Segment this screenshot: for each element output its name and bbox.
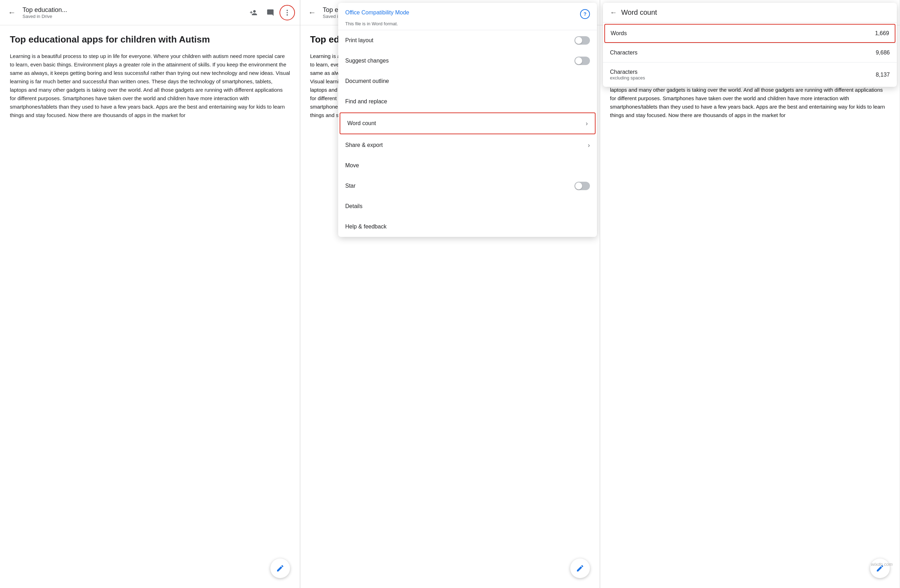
menu-item-word-count-wrapper: Word count › xyxy=(340,112,596,134)
menu-item-find-replace[interactable]: Find and replace xyxy=(338,92,597,112)
article-title-1: Top educational apps for children with A… xyxy=(10,34,290,46)
person-add-icon[interactable] xyxy=(246,5,261,20)
word-count-title: Word count xyxy=(621,8,657,17)
menu-title: Office Compatibility Mode xyxy=(345,9,577,17)
article-body-1: Learning is a beautiful process to step … xyxy=(10,52,290,119)
menu-item-doc-outline[interactable]: Document outline xyxy=(338,71,597,92)
watermark: wixdn.com xyxy=(871,562,892,567)
menu-item-label-share-export: Share & export xyxy=(345,142,383,148)
title-group-1: Top education... Saved in Drive xyxy=(23,6,242,19)
svg-point-1 xyxy=(287,12,288,13)
menu-item-label-print-layout: Print layout xyxy=(345,37,373,43)
comment-icon[interactable] xyxy=(262,5,278,20)
toggle-knob-star xyxy=(575,182,582,189)
characters-label: Characters xyxy=(610,50,638,56)
menu-item-label-star: Star xyxy=(345,183,355,189)
words-value: 1,669 xyxy=(875,30,889,37)
help-circle-icon[interactable]: ? xyxy=(580,9,590,19)
menu-item-label-move: Move xyxy=(345,162,359,169)
menu-header-top: Office Compatibility Mode ? xyxy=(345,9,590,19)
suggest-changes-toggle[interactable] xyxy=(574,57,590,65)
print-layout-toggle[interactable] xyxy=(574,36,590,45)
menu-item-print-layout[interactable]: Print layout xyxy=(338,30,597,51)
header-1: ← Top education... Saved in Drive xyxy=(0,0,300,25)
dropdown-menu: Office Compatibility Mode ? This file is… xyxy=(338,3,597,237)
characters-nospace-value: 8,137 xyxy=(876,72,890,78)
menu-item-share-export[interactable]: Share & export › xyxy=(338,135,597,155)
panel-2: ← Top education... Saved in Drive Top ed… xyxy=(300,0,600,588)
doc-content-1: Top educational apps for children with A… xyxy=(0,25,300,588)
words-label: Words xyxy=(611,30,627,37)
word-count-back-button[interactable]: ← xyxy=(610,8,617,17)
words-row-wrapper: Words 1,669 xyxy=(604,24,895,43)
menu-header: Office Compatibility Mode ? This file is… xyxy=(338,3,597,30)
toggle-knob-suggest xyxy=(575,57,582,64)
doc-title-1: Top education... xyxy=(23,6,242,14)
header-actions-1 xyxy=(246,5,295,20)
panel-1: ← Top education... Saved in Drive Top ed… xyxy=(0,0,300,588)
chevron-right-icon-wordcount: › xyxy=(586,120,588,127)
edit-fab-2[interactable] xyxy=(570,559,590,578)
more-vert-icon-1[interactable] xyxy=(279,5,295,20)
chevron-right-icon-share: › xyxy=(588,142,590,149)
menu-item-label-find-replace: Find and replace xyxy=(345,98,387,105)
menu-item-label-help-feedback: Help & feedback xyxy=(345,223,386,230)
menu-item-label-suggest-changes: Suggest changes xyxy=(345,57,389,64)
menu-item-label-word-count: Word count xyxy=(348,120,376,127)
star-toggle[interactable] xyxy=(574,182,590,190)
menu-item-suggest-changes[interactable]: Suggest changes xyxy=(338,51,597,71)
menu-item-star[interactable]: Star xyxy=(338,176,597,196)
characters-nospace-row: Characters excluding spaces 8,137 xyxy=(603,62,897,87)
characters-nospace-label-group: Characters excluding spaces xyxy=(610,69,645,81)
back-button-2[interactable]: ← xyxy=(305,6,319,20)
words-row: Words 1,669 xyxy=(605,25,895,42)
doc-content-3: Top educational apps for children with A… xyxy=(600,25,900,588)
menu-item-move[interactable]: Move xyxy=(338,155,597,176)
menu-item-word-count[interactable]: Word count › xyxy=(340,113,595,133)
word-count-header: ← Word count xyxy=(603,3,897,22)
panel-3: ← Top education... Saved in Drive Top ed… xyxy=(600,0,900,588)
svg-point-0 xyxy=(287,9,288,11)
menu-item-label-details: Details xyxy=(345,203,363,209)
svg-point-2 xyxy=(287,14,288,16)
back-button-1[interactable]: ← xyxy=(5,6,19,20)
characters-value: 9,686 xyxy=(876,50,890,56)
edit-fab-1[interactable] xyxy=(270,559,290,578)
characters-nospace-sublabel: excluding spaces xyxy=(610,75,645,81)
menu-item-label-doc-outline: Document outline xyxy=(345,78,389,84)
toggle-knob xyxy=(575,37,582,44)
menu-subtitle: This file is in Word format. xyxy=(345,21,590,26)
characters-row: Characters 9,686 xyxy=(603,43,897,62)
menu-item-details[interactable]: Details xyxy=(338,196,597,217)
doc-subtitle-1: Saved in Drive xyxy=(23,14,242,19)
characters-nospace-label: Characters xyxy=(610,69,645,75)
word-count-panel: ← Word count Words 1,669 Characters 9,68… xyxy=(603,3,897,87)
menu-item-help-feedback[interactable]: Help & feedback xyxy=(338,217,597,237)
